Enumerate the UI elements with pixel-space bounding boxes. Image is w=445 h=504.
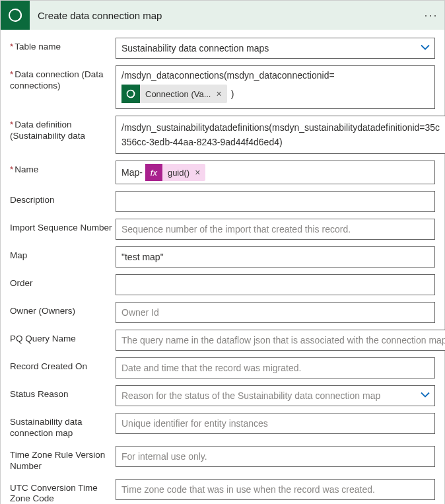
utc-placeholder: Time zone code that was in use when the …	[121, 480, 375, 499]
row-data-connection: *Data connection (Data connections) /msd…	[10, 65, 435, 109]
data-connection-suffix: )	[231, 89, 234, 99]
label-record-created-on: Record Created On	[10, 357, 116, 373]
label-pq-query: PQ Query Name	[10, 330, 116, 345]
sustainability-icon	[7, 7, 23, 23]
row-tzrv: Time Zone Rule Version Number For intern…	[10, 446, 435, 472]
label-table-name: *Table name	[10, 38, 116, 53]
dialog-header: Create data connection map ···	[1, 1, 444, 30]
row-description: Description	[10, 191, 435, 212]
label-name: *Name	[10, 161, 116, 176]
form-body: *Table name Sustainability data connecti…	[1, 30, 444, 504]
data-connection-input[interactable]: /msdyn_dataconnections(msdyn_dataconnect…	[116, 65, 435, 109]
table-name-select[interactable]: Sustainability data connection maps	[116, 38, 435, 59]
row-status-reason: Status Reason Reason for the status of t…	[10, 385, 435, 406]
chevron-down-icon	[420, 42, 430, 55]
app-icon	[1, 1, 30, 30]
connection-icon	[121, 85, 140, 103]
more-button[interactable]: ···	[418, 9, 444, 22]
row-scm: Sustainability data connection map Uniqu…	[10, 413, 435, 439]
label-tzrv: Time Zone Rule Version Number	[10, 446, 116, 472]
data-definition-line1: /msdyn_sustainabilitydatadefinitions(msd…	[121, 120, 440, 135]
fx-icon: fx	[145, 164, 162, 181]
row-pq-query: PQ Query Name The query name in the data…	[10, 330, 435, 351]
label-utc: UTC Conversion Time Zone Code	[10, 479, 116, 505]
connection-token-remove[interactable]: ×	[216, 89, 226, 99]
chevron-down-icon	[420, 390, 430, 402]
pq-query-input[interactable]: The query name in the dataflow json that…	[116, 330, 445, 351]
record-created-on-placeholder: Date and time that the record was migrat…	[121, 358, 301, 378]
name-prefix: Map-	[121, 167, 143, 178]
connection-token[interactable]: Connection (Va... ×	[121, 85, 227, 103]
import-seq-input[interactable]: Sequence number of the import that creat…	[116, 219, 435, 240]
name-input[interactable]: Map- fx guid() ×	[116, 161, 435, 184]
map-value: "test map"	[121, 247, 164, 267]
label-order: Order	[10, 274, 116, 289]
table-name-value: Sustainability data connection maps	[121, 38, 269, 58]
row-owner: Owner (Owners) Owner Id	[10, 302, 435, 323]
row-data-definition: *Data definition (Sustainability data /m…	[10, 116, 435, 154]
import-seq-placeholder: Sequence number of the import that creat…	[121, 219, 351, 239]
row-utc: UTC Conversion Time Zone Code Time zone …	[10, 479, 435, 505]
row-record-created-on: Record Created On Date and time that the…	[10, 357, 435, 378]
label-scm: Sustainability data connection map	[10, 413, 116, 439]
utc-input[interactable]: Time zone code that was in use when the …	[116, 479, 435, 500]
map-input[interactable]: "test map"	[116, 246, 435, 268]
label-owner: Owner (Owners)	[10, 302, 116, 317]
fx-token-label: guid()	[162, 168, 195, 178]
label-import-seq: Import Sequence Number	[10, 219, 116, 234]
connection-token-label: Connection (Va...	[140, 89, 216, 99]
label-status-reason: Status Reason	[10, 385, 116, 400]
order-input[interactable]	[116, 274, 435, 295]
owner-placeholder: Owner Id	[121, 303, 159, 322]
row-name: *Name Map- fx guid() ×	[10, 161, 435, 184]
data-definition-input[interactable]: /msdyn_sustainabilitydatadefinitions(msd…	[116, 116, 445, 154]
tzrv-placeholder: For internal use only.	[121, 447, 207, 466]
label-data-definition: *Data definition (Sustainability data	[10, 116, 116, 142]
data-connection-prefix: /msdyn_dataconnections(msdyn_dataconnect…	[121, 70, 429, 81]
data-definition-line2: 356cc-3edb-44aa-8243-9ad44f4d6ed4)	[121, 135, 440, 149]
row-order: Order	[10, 274, 435, 295]
description-input[interactable]	[116, 191, 435, 212]
label-map: Map	[10, 246, 116, 262]
tzrv-input[interactable]: For internal use only.	[116, 446, 435, 467]
fx-token[interactable]: fx guid() ×	[145, 164, 205, 181]
row-map: Map "test map"	[10, 246, 435, 268]
data-connection-token-row: Connection (Va... × )	[121, 85, 429, 103]
owner-input[interactable]: Owner Id	[116, 302, 435, 323]
scm-input[interactable]: Unique identifier for entity instances	[116, 413, 435, 434]
dialog-title: Create data connection map	[30, 10, 418, 21]
scm-placeholder: Unique identifier for entity instances	[121, 414, 268, 433]
row-import-seq: Import Sequence Number Sequence number o…	[10, 219, 435, 240]
label-description: Description	[10, 191, 116, 206]
dialog-create-data-connection-map: Create data connection map ··· *Table na…	[0, 0, 445, 504]
status-reason-select[interactable]: Reason for the status of the Sustainabil…	[116, 385, 435, 406]
label-data-connection: *Data connection (Data connections)	[10, 65, 116, 92]
status-reason-placeholder: Reason for the status of the Sustainabil…	[121, 386, 380, 406]
record-created-on-input[interactable]: Date and time that the record was migrat…	[116, 357, 435, 378]
fx-token-remove[interactable]: ×	[195, 167, 205, 178]
pq-query-placeholder: The query name in the dataflow json that…	[121, 330, 445, 350]
row-table-name: *Table name Sustainability data connecti…	[10, 38, 435, 59]
